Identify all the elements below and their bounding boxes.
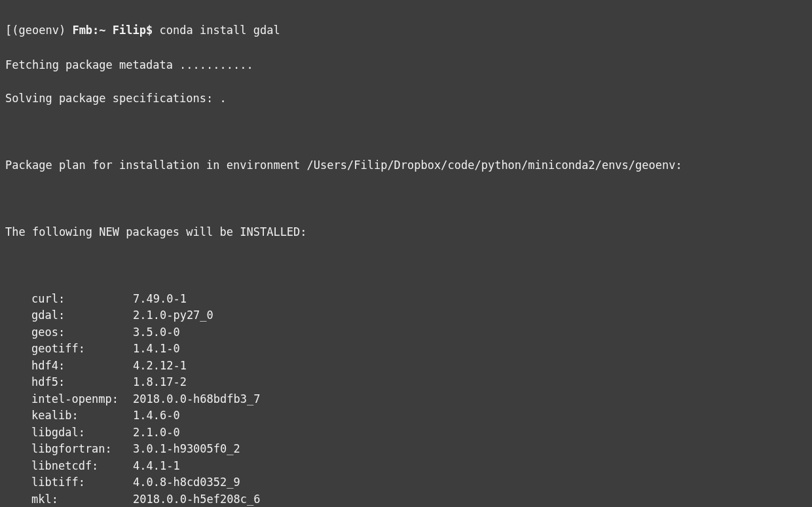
package-name: intel-openmp:	[31, 391, 133, 408]
package-row: kealib:1.4.6-0	[31, 407, 807, 424]
package-name: kealib:	[31, 407, 133, 424]
package-version: 2.1.0-py27_0	[133, 307, 213, 324]
package-version: 1.4.1-0	[133, 341, 180, 358]
package-version: 3.5.0-0	[133, 324, 180, 341]
package-name: mkl:	[31, 491, 133, 508]
package-version: 4.0.8-h8cd0352_9	[133, 474, 240, 491]
package-row: hdf5:1.8.17-2	[31, 374, 807, 391]
package-row: intel-openmp:2018.0.0-h68bdfb3_7	[31, 391, 807, 408]
package-row: libgfortran:3.0.1-h93005f0_2	[31, 441, 807, 458]
package-version: 2.1.0-0	[133, 424, 180, 441]
prompt-line: [(geoenv) Fmb:~ Filip$ conda install gda…	[5, 22, 807, 39]
package-version: 4.4.1-1	[133, 458, 180, 475]
host-name: Fmb:	[72, 24, 99, 37]
package-version: 2018.0.0-h5ef208c_6	[133, 491, 260, 508]
package-name: geotiff:	[31, 341, 133, 358]
package-name: gdal:	[31, 307, 133, 324]
package-row: gdal:2.1.0-py27_0	[31, 307, 807, 324]
plan-line: Package plan for installation in environ…	[5, 157, 807, 174]
package-list: curl:7.49.0-1gdal:2.1.0-py27_0geos:3.5.0…	[31, 291, 807, 508]
package-name: hdf5:	[31, 374, 133, 391]
package-row: libnetcdf:4.4.1-1	[31, 458, 807, 475]
package-name: libnetcdf:	[31, 458, 133, 475]
package-row: geos:3.5.0-0	[31, 324, 807, 341]
package-row: hdf4:4.2.12-1	[31, 358, 807, 375]
package-row: geotiff:1.4.1-0	[31, 341, 807, 358]
blank-line-1	[5, 124, 807, 141]
package-name: libtiff:	[31, 474, 133, 491]
user-name: Filip$	[113, 24, 153, 37]
blank-line-2	[5, 191, 807, 208]
env-name: (geoenv)	[12, 24, 65, 37]
package-name: libgdal:	[31, 424, 133, 441]
package-version: 2018.0.0-h68bdfb3_7	[133, 391, 260, 408]
package-version: 3.0.1-h93005f0_2	[133, 441, 240, 458]
package-row: libtiff:4.0.8-h8cd0352_9	[31, 474, 807, 491]
package-name: libgfortran:	[31, 441, 133, 458]
package-row: libgdal:2.1.0-0	[31, 424, 807, 441]
package-version: 4.2.12-1	[133, 358, 187, 375]
command-text: conda install gdal	[160, 24, 280, 37]
package-name: geos:	[31, 324, 133, 341]
new-packages-header: The following NEW packages will be INSTA…	[5, 224, 807, 241]
fetching-line: Fetching package metadata ...........	[5, 57, 807, 74]
package-row: mkl:2018.0.0-h5ef208c_6	[31, 491, 807, 508]
package-version: 1.8.17-2	[133, 374, 187, 391]
package-version: 7.49.0-1	[133, 291, 187, 308]
terminal-output[interactable]: [(geoenv) Fmb:~ Filip$ conda install gda…	[5, 5, 807, 507]
solving-line: Solving package specifications: .	[5, 90, 807, 107]
package-version: 1.4.6-0	[133, 407, 180, 424]
package-row: curl:7.49.0-1	[31, 291, 807, 308]
package-name: curl:	[31, 291, 133, 308]
path: ~	[99, 24, 105, 37]
blank-line-3	[5, 257, 807, 274]
package-name: hdf4:	[31, 358, 133, 375]
